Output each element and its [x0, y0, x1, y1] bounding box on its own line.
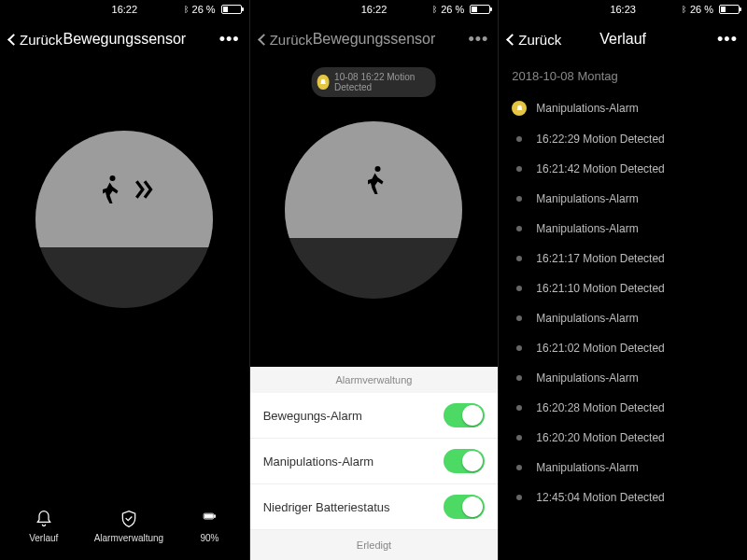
bullet-icon — [516, 226, 522, 231]
bullet-icon — [516, 375, 522, 381]
toggle-low-battery[interactable] — [444, 495, 485, 519]
alarm-sheet: Alarmverwaltung Bewegungs-Alarm Manipula… — [250, 367, 499, 560]
more-button[interactable]: ••• — [468, 30, 488, 49]
battery-pct: 26 % — [690, 4, 713, 15]
bullet-icon — [516, 495, 522, 500]
status-time: 16:23 — [610, 4, 636, 15]
tab-history[interactable]: Verlauf — [29, 509, 58, 543]
toggle-motion-alarm[interactable] — [444, 403, 485, 427]
back-button[interactable]: Zurück — [508, 32, 561, 48]
history-item-label: 16:21:42 Motion Detected — [536, 162, 664, 175]
runner-icon — [357, 161, 390, 200]
history-item[interactable]: Manipulations-Alarm — [499, 303, 747, 333]
history-item[interactable]: Manipulations-Alarm — [499, 184, 747, 214]
motion-toast[interactable]: 10-08 16:22 Motion Detected — [312, 67, 436, 97]
shield-icon — [119, 509, 139, 529]
battery-icon — [221, 5, 242, 14]
history-item[interactable]: 16:21:02 Motion Detected — [499, 333, 747, 363]
battery-icon — [719, 5, 740, 14]
history-item-label: Manipulations-Alarm — [536, 312, 638, 325]
toggle-tamper-alarm[interactable] — [444, 449, 485, 473]
bell-icon — [317, 75, 329, 90]
chevron-left-icon — [506, 34, 518, 46]
history-item[interactable]: 12:45:04 Motion Detected — [499, 483, 747, 512]
bullet-icon — [516, 345, 522, 351]
toast-text: 10-08 16:22 Motion Detected — [334, 72, 425, 92]
bullet-icon — [516, 256, 522, 261]
screen-history: 16:23 ᛒ 26 % Zurück Verlauf ••• 2018-10-… — [498, 0, 747, 560]
bullet-icon — [516, 435, 522, 441]
statusbar: 16:22 ᛒ 26 % — [250, 0, 499, 19]
svg-point-4 — [375, 166, 381, 172]
tab-alarm-mgmt[interactable]: Alarmverwaltung — [94, 509, 163, 543]
bullet-icon — [516, 166, 522, 172]
tab-label: Alarmverwaltung — [94, 533, 163, 543]
history-item-label: Manipulations-Alarm — [536, 371, 638, 385]
battery-icon — [199, 509, 219, 529]
history-item-label: Manipulations-Alarm — [536, 222, 638, 235]
motion-waves-icon — [133, 177, 157, 202]
bullet-icon — [516, 286, 522, 291]
history-item-label: 16:20:20 Motion Detected — [536, 431, 664, 444]
row-label: Niedriger Batteriestatus — [263, 500, 390, 514]
screen-sensor-main: 16:22 ᛒ 26 % Zurück Bewegungssensor ••• — [0, 0, 249, 560]
history-item-label: 16:21:10 Motion Detected — [536, 282, 664, 295]
row-label: Manipulations-Alarm — [263, 455, 374, 469]
history-item[interactable]: 16:21:10 Motion Detected — [499, 273, 747, 303]
history-item[interactable]: 16:20:20 Motion Detected — [499, 423, 747, 453]
history-item[interactable]: 16:22:29 Motion Detected — [499, 124, 747, 154]
bluetooth-icon: ᛒ — [682, 5, 686, 14]
history-item[interactable]: Manipulations-Alarm — [499, 363, 747, 393]
history-item-label: 16:22:29 Motion Detected — [536, 133, 664, 146]
done-button[interactable]: Erledigt — [250, 530, 499, 560]
history-item-label: 12:45:04 Motion Detected — [536, 491, 664, 504]
toggle-row-tamper: Manipulations-Alarm — [250, 439, 499, 484]
bullet-icon — [516, 315, 522, 321]
svg-rect-3 — [205, 514, 213, 518]
page-title: Bewegungssensor — [63, 31, 187, 48]
bluetooth-icon: ᛒ — [432, 5, 437, 14]
back-button[interactable]: Zurück — [260, 32, 313, 48]
tab-label: 90% — [200, 533, 218, 543]
toggle-row-motion: Bewegungs-Alarm — [250, 393, 499, 439]
page-title: Bewegungssensor — [313, 31, 436, 48]
battery-pct: 26 % — [441, 4, 464, 15]
more-button[interactable]: ••• — [717, 30, 738, 49]
chevron-left-icon — [7, 34, 20, 46]
bullet-icon — [516, 136, 522, 142]
history-item-label: 16:21:02 Motion Detected — [536, 342, 664, 355]
battery-pct: 26 % — [192, 4, 216, 15]
sensor-visual — [35, 131, 213, 308]
chevron-left-icon — [258, 34, 270, 46]
bell-icon — [512, 101, 527, 116]
tab-label: Verlauf — [29, 533, 58, 543]
battery-icon — [470, 5, 490, 14]
history-date: 2018-10-08 Montag — [499, 60, 747, 92]
bullet-icon — [516, 196, 522, 202]
sensor-visual — [285, 121, 462, 299]
svg-point-0 — [110, 175, 116, 181]
history-item[interactable]: 16:21:17 Motion Detected — [499, 244, 747, 273]
status-time: 16:22 — [112, 4, 138, 15]
toggle-row-battery: Niedriger Batteriestatus — [250, 484, 499, 530]
navbar: Zurück Bewegungssensor ••• — [0, 19, 249, 60]
history-item[interactable]: 16:21:42 Motion Detected — [499, 154, 747, 184]
navbar: Zurück Bewegungssensor ••• — [250, 19, 499, 60]
more-button[interactable]: ••• — [219, 30, 240, 49]
sheet-title: Alarmverwaltung — [250, 367, 499, 393]
bullet-icon — [516, 405, 522, 411]
history-item-label: Manipulations-Alarm — [536, 102, 638, 115]
status-time: 16:22 — [361, 4, 388, 15]
history-list: Manipulations-Alarm16:22:29 Motion Detec… — [499, 92, 747, 512]
back-button[interactable]: Zurück — [9, 32, 63, 48]
history-item[interactable]: Manipulations-Alarm — [499, 92, 747, 124]
history-item[interactable]: Manipulations-Alarm — [499, 214, 747, 244]
history-item[interactable]: 16:20:28 Motion Detected — [499, 393, 747, 423]
statusbar: 16:23 ᛒ 26 % — [499, 0, 747, 19]
tab-battery[interactable]: 90% — [199, 509, 219, 543]
bottom-tabs: Verlauf Alarmverwaltung 90% — [0, 509, 249, 543]
history-item-label: Manipulations-Alarm — [536, 192, 638, 205]
bell-icon — [34, 509, 54, 529]
bluetooth-icon: ᛒ — [184, 5, 189, 14]
history-item[interactable]: Manipulations-Alarm — [499, 453, 747, 483]
